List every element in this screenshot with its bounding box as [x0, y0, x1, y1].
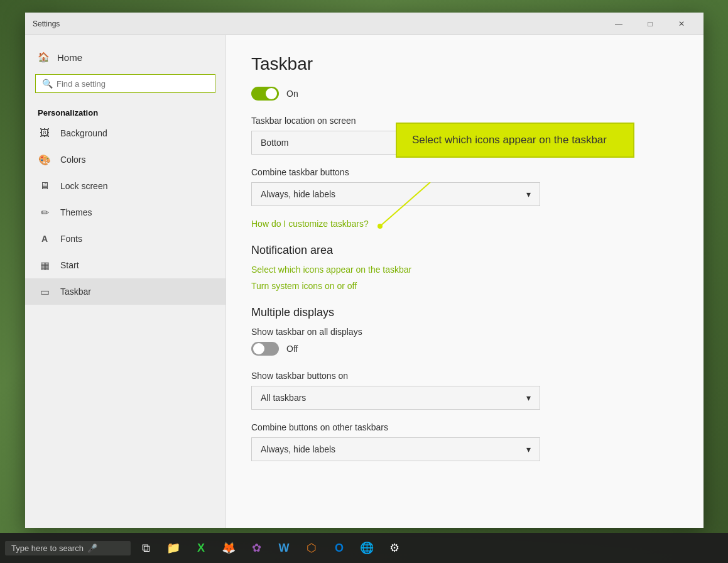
- chevron-down-icon3: ▾: [526, 393, 531, 403]
- content-area: 🏠 Home 🔍 Personalization 🖼 Background 🎨 …: [25, 35, 704, 528]
- sidebar-item-label: Start: [60, 260, 79, 270]
- main-content: Taskbar On Taskbar location on screen Bo…: [226, 35, 704, 528]
- customize-link[interactable]: How do I customize taskbars?: [251, 219, 678, 229]
- sidebar-item-label: Lock screen: [60, 181, 107, 191]
- excel-button[interactable]: X: [188, 535, 214, 560]
- show-all-toggle-row: Off: [251, 342, 678, 356]
- sidebar-item-background[interactable]: 🖼 Background: [25, 120, 225, 146]
- show-all-toggle-label: Off: [286, 344, 298, 354]
- maximize-button[interactable]: □: [636, 14, 665, 33]
- icons-link[interactable]: Select which icons appear on the taskbar: [251, 265, 678, 275]
- main-toggle[interactable]: [251, 87, 279, 101]
- settings-window: Settings — □ ✕ 🏠 Home 🔍 Personalization: [25, 13, 704, 528]
- chevron-down-icon2: ▾: [526, 189, 531, 199]
- sidebar-item-label: Colors: [60, 155, 85, 165]
- show-all-displays-label: Show taskbar on all displays: [251, 327, 678, 337]
- sidebar-item-label: Background: [60, 128, 107, 138]
- settings-button[interactable]: ⚙: [382, 535, 407, 560]
- close-button[interactable]: ✕: [667, 14, 696, 33]
- callout-text: Select which icons appear on the taskbar: [412, 134, 607, 146]
- search-icon: 🔍: [42, 79, 53, 89]
- home-icon: 🏠: [38, 52, 50, 63]
- main-toggle-label: On: [286, 89, 298, 99]
- combine-other-label: Combine buttons on other taskbars: [251, 422, 678, 432]
- sidebar-item-label: Themes: [60, 207, 92, 217]
- search-box[interactable]: 🔍: [35, 74, 215, 93]
- taskbar-search-area[interactable]: Type here to search 🎤: [5, 541, 131, 555]
- system-icons-link[interactable]: Turn system icons on or off: [251, 281, 678, 291]
- themes-icon: ✏: [38, 205, 52, 219]
- search-input[interactable]: [57, 79, 209, 89]
- combine-value: Always, hide labels: [261, 189, 335, 199]
- chevron-down-icon4: ▾: [526, 444, 531, 454]
- location-value: Bottom: [261, 138, 288, 148]
- sidebar-item-colors[interactable]: 🎨 Colors: [25, 146, 225, 173]
- app-button[interactable]: ✿: [244, 535, 269, 560]
- combine-other-value: Always, hide labels: [261, 444, 335, 454]
- sidebar-item-themes[interactable]: ✏ Themes: [25, 199, 225, 226]
- taskbar-search-text: Type here to search: [11, 544, 84, 553]
- show-all-toggle[interactable]: [251, 342, 279, 356]
- sidebar: 🏠 Home 🔍 Personalization 🖼 Background 🎨 …: [25, 35, 226, 528]
- sidebar-item-label: Fonts: [60, 234, 82, 244]
- combine-label: Combine taskbar buttons: [251, 167, 678, 177]
- word-button[interactable]: W: [271, 535, 296, 560]
- toggle-knob2: [253, 343, 264, 354]
- lock-screen-icon: 🖥: [38, 179, 52, 193]
- page-title: Taskbar: [251, 54, 678, 74]
- file-explorer-button[interactable]: 📁: [161, 535, 186, 560]
- sidebar-item-lock-screen[interactable]: 🖥 Lock screen: [25, 173, 225, 199]
- window-controls: — □ ✕: [604, 14, 696, 33]
- notification-heading: Notification area: [251, 244, 678, 257]
- firefox-button[interactable]: 🦊: [216, 535, 241, 560]
- sidebar-item-taskbar[interactable]: ▭ Taskbar: [25, 278, 225, 305]
- fonts-icon: A: [38, 232, 52, 246]
- sidebar-item-start[interactable]: ▦ Start: [25, 252, 225, 278]
- combine-dropdown[interactable]: Always, hide labels ▾: [251, 182, 540, 206]
- sidebar-item-label: Taskbar: [60, 287, 91, 297]
- multiple-displays-heading: Multiple displays: [251, 306, 678, 319]
- title-bar: Settings — □ ✕: [25, 13, 704, 35]
- app2-button[interactable]: ⬡: [299, 535, 324, 560]
- callout-box: Select which icons appear on the taskbar: [396, 123, 634, 158]
- sidebar-item-fonts[interactable]: A Fonts: [25, 226, 225, 252]
- main-toggle-row: On: [251, 87, 678, 101]
- outlook-button[interactable]: O: [327, 535, 352, 560]
- home-label: Home: [57, 52, 82, 63]
- task-view-button[interactable]: ⧉: [133, 535, 158, 560]
- show-buttons-label: Show taskbar buttons on: [251, 371, 678, 381]
- chrome-button[interactable]: 🌐: [354, 535, 379, 560]
- window-title: Settings: [33, 19, 60, 28]
- sidebar-item-home[interactable]: 🏠 Home: [25, 45, 225, 69]
- colors-icon: 🎨: [38, 153, 52, 167]
- microphone-icon: 🎤: [87, 544, 97, 553]
- show-buttons-dropdown[interactable]: All taskbars ▾: [251, 386, 540, 410]
- toggle-knob: [266, 88, 277, 99]
- taskbar-icon: ▭: [38, 285, 52, 298]
- combine-other-dropdown[interactable]: Always, hide labels ▾: [251, 437, 540, 461]
- background-icon: 🖼: [38, 126, 52, 140]
- start-icon: ▦: [38, 258, 52, 272]
- minimize-button[interactable]: —: [604, 14, 633, 33]
- sidebar-section-title: Personalization: [25, 103, 225, 120]
- show-buttons-value: All taskbars: [261, 393, 306, 403]
- taskbar: Type here to search 🎤 ⧉ 📁 X 🦊 ✿ W ⬡ O 🌐 …: [0, 533, 728, 563]
